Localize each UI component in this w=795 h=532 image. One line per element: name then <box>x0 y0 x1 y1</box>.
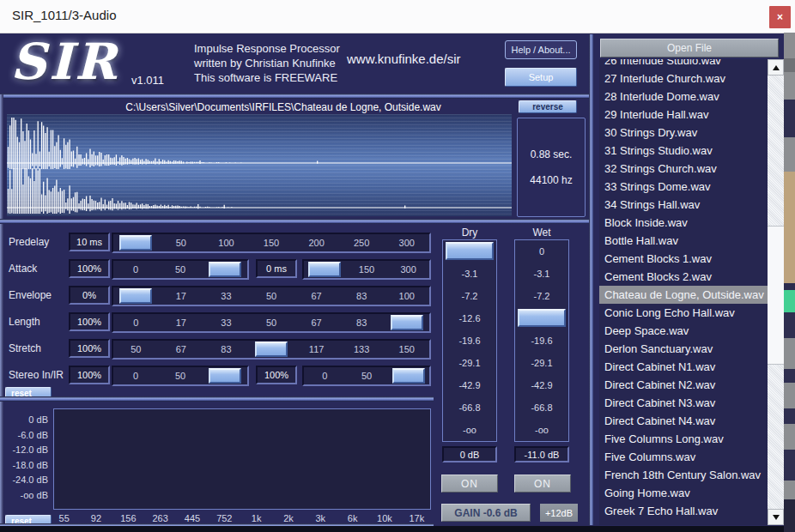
file-list-item[interactable]: Cement Blocks 1.wav <box>599 250 768 268</box>
dry-on-button[interactable]: ON <box>441 475 498 493</box>
website-link[interactable]: www.knufinke.de/sir <box>347 51 461 66</box>
slider-tick-label: 67 <box>159 341 204 358</box>
file-list-item[interactable]: Greek 7 Echo Hall.wav <box>599 502 768 520</box>
file-list-item[interactable]: Conic Long Echo Hall.wav <box>599 304 768 322</box>
tagline-line-3: This software is FREEWARE <box>194 70 340 85</box>
file-list-item[interactable]: Bottle Hall.wav <box>599 232 768 250</box>
slider-value-box: 0 ms <box>256 259 297 278</box>
mixer-tick-label: -oo <box>443 419 496 441</box>
ir-info-panel: 0.88 sec. 44100 hz <box>517 118 586 217</box>
file-list-item[interactable]: 30 Strings Dry.wav <box>599 124 768 142</box>
file-list-item[interactable]: Chateau de Logne, Outside.wav <box>599 286 768 304</box>
slider-tick-label: 50 <box>346 367 388 384</box>
file-list-item[interactable]: 32 Strings Church.wav <box>599 160 768 178</box>
slider-handle[interactable] <box>391 315 423 330</box>
slider-handle[interactable] <box>255 342 288 357</box>
file-list-item[interactable]: Direct Cabinet N1.wav <box>599 358 768 376</box>
slider-track[interactable]: 1733506783100 <box>112 286 431 306</box>
mixer-tick-label: -19.6 <box>515 329 568 352</box>
window-title: SIR_1011/3-Audio <box>12 8 116 22</box>
dry-value: 0 dB <box>442 446 497 462</box>
slider-tick-label: 50 <box>158 367 203 384</box>
eq-frequency-label: 2k <box>272 513 304 523</box>
slider-row: Predelay10 ms50100150200250300 <box>0 230 434 257</box>
eq-db-label: 0 dB <box>28 414 48 425</box>
mixer-handle[interactable] <box>518 309 566 327</box>
file-list-item[interactable]: French 18th Century Salon.wav <box>599 466 768 484</box>
eq-db-label: -24.0 dB <box>12 475 48 485</box>
slider-handle[interactable] <box>119 235 152 251</box>
ir-samplerate: 44100 hz <box>530 174 572 186</box>
tagline: Impulse Response Processor written by Ch… <box>194 41 340 85</box>
file-list-item[interactable]: 27 Interlude Church.wav <box>599 70 768 88</box>
file-list-item[interactable]: Cement Blocks 2.wav <box>599 268 768 286</box>
slider-track[interactable]: 050 <box>112 366 249 386</box>
file-list-item[interactable]: Direct Cabinet N2.wav <box>599 376 768 394</box>
mixer-tick-label: -66.8 <box>515 396 568 419</box>
slider-handle[interactable] <box>209 368 241 384</box>
dry-label: Dry <box>442 227 497 239</box>
divider <box>0 396 434 402</box>
file-list-item[interactable]: Five Columns.wav <box>599 448 768 466</box>
scroll-up-button[interactable] <box>768 59 784 76</box>
setup-button[interactable]: Setup <box>505 68 577 87</box>
file-list-item[interactable]: 31 Strings Studio.wav <box>599 142 768 160</box>
scroll-down-icon <box>773 515 780 520</box>
slider-value-box: 100% <box>69 259 110 278</box>
file-list-item[interactable]: Direct Cabinet N4.wav <box>599 412 768 430</box>
slider-handle[interactable] <box>392 368 425 384</box>
slider-track[interactable]: 50100150200250300 <box>112 233 431 253</box>
file-list-item[interactable]: Five Columns Long.wav <box>599 430 768 448</box>
slider-tick-label: 150 <box>384 341 429 358</box>
wet-on-button[interactable]: ON <box>514 475 571 493</box>
slider-handle[interactable] <box>209 262 241 277</box>
file-list-item[interactable]: 33 Strings Dome.wav <box>599 178 768 196</box>
boost-12db-button[interactable]: +12dB <box>540 504 578 522</box>
slider-tick-label: 50 <box>249 287 294 305</box>
wet-slider[interactable]: 0-3.1-7.2-12.6-19.6-29.1-42.9-66.8-oo <box>514 239 569 442</box>
slider-tick-label: 300 <box>387 261 429 278</box>
eq-frequency-label: 263 <box>144 513 176 523</box>
file-list-item[interactable]: 34 Strings Hall.wav <box>599 196 768 214</box>
file-list-item[interactable]: Going Home.wav <box>599 484 768 502</box>
slider-handle-cell <box>203 367 247 384</box>
ir-duration: 0.88 sec. <box>531 148 573 160</box>
slider-handle-cell <box>249 341 294 358</box>
file-list-item[interactable]: 26 Interlude Studio.wav <box>599 59 768 70</box>
dry-slider[interactable]: 0-3.1-7.2-12.6-19.6-29.1-42.9-66.8-oo <box>442 239 497 442</box>
scroll-down-button[interactable] <box>768 509 784 525</box>
mixer-tick-label: -29.1 <box>515 352 568 374</box>
file-list-item[interactable]: Derlon Sanctuary.wav <box>599 340 768 358</box>
slider-track[interactable]: 050 <box>302 366 431 386</box>
wet-value: -11.0 dB <box>514 446 569 462</box>
file-list-item[interactable]: 28 Interlude Dome.wav <box>599 88 768 106</box>
slider-tick-label: 83 <box>339 314 385 331</box>
gain-button[interactable]: GAIN -0.6 dB <box>441 504 531 522</box>
file-list-item[interactable]: Block Inside.wav <box>599 214 768 232</box>
help-about-button[interactable]: Help / About... <box>505 40 577 59</box>
file-list-scrollbar[interactable] <box>768 59 784 525</box>
eq-db-label: -12.0 dB <box>12 444 48 455</box>
slider-track[interactable]: 506783117133150 <box>112 339 431 360</box>
mixer-handle[interactable] <box>446 242 494 260</box>
mixer-tick-label: -12.6 <box>443 307 496 329</box>
slider-track[interactable]: 050 <box>112 259 249 280</box>
slider-handle[interactable] <box>119 288 152 304</box>
mixer-tick-label: -7.2 <box>515 285 568 307</box>
file-list-item[interactable]: Direct Cabinet N3.wav <box>599 394 768 412</box>
file-list-item[interactable]: Deep Space.wav <box>599 322 768 340</box>
slider-track[interactable]: 01733506783 <box>112 312 431 333</box>
slider-tick-label: 0 <box>304 367 346 384</box>
slider-track[interactable]: 150300 <box>302 259 431 280</box>
close-button[interactable]: × <box>769 6 791 28</box>
slider-tick-label: 50 <box>249 314 294 331</box>
file-list-item[interactable]: 29 Interlude Hall.wav <box>599 106 768 124</box>
eq-frequency-label: 10k <box>368 513 400 523</box>
reverse-button[interactable]: reverse <box>519 100 577 113</box>
open-file-button[interactable]: Open File <box>600 39 779 57</box>
mixer-tick-label: -7.2 <box>443 285 496 307</box>
slider-tick-label: 133 <box>339 341 385 358</box>
slider-handle[interactable] <box>308 262 341 277</box>
scrollbar-thumb[interactable] <box>768 226 784 365</box>
eq-graph-area[interactable] <box>53 408 431 510</box>
